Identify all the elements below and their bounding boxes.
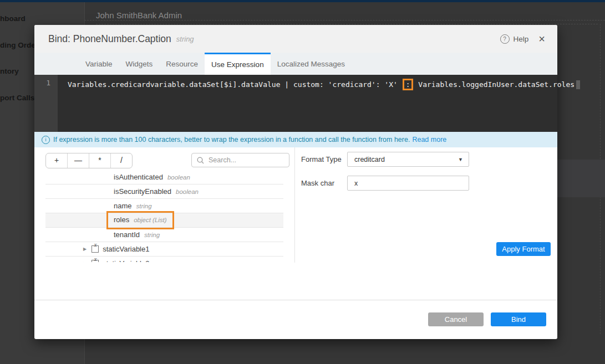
- mask-char-label: Mask char: [301, 176, 347, 187]
- dialog-empty-area: [34, 263, 557, 300]
- variable-tree: isAuthenticated boolean isSecurityEnable…: [34, 172, 294, 262]
- format-panel: Format Type creditcard ▼ Mask char Apply…: [294, 147, 557, 263]
- colon-highlight-box: :: [403, 79, 414, 90]
- tree-row-label: isAuthenticated: [114, 172, 163, 184]
- tree-row-staticvariable1[interactable]: ▶ x staticVariable1: [45, 242, 283, 257]
- operator-button-group: + — * /: [45, 153, 133, 168]
- dialog-title: Bind: PhoneNumber.Caption: [48, 33, 171, 45]
- tree-row-label: isSecurityEnabled: [114, 184, 171, 199]
- variable-tree-panel: + — * /: [34, 147, 294, 263]
- tree-toolbar: + — * /: [34, 147, 294, 172]
- multiply-operator-button[interactable]: *: [89, 153, 110, 168]
- roles-highlight-box: roles object (List): [106, 211, 174, 229]
- read-more-link[interactable]: Read more: [412, 136, 446, 143]
- help-label: Help: [514, 35, 529, 43]
- expand-arrow-icon[interactable]: ▶: [83, 257, 87, 263]
- variable-icon: x: [91, 260, 99, 262]
- divide-operator-button[interactable]: /: [110, 153, 132, 168]
- dialog-tabs: Variable Widgets Resource Use Expression…: [34, 53, 557, 75]
- help-icon: ?: [500, 34, 510, 44]
- chevron-down-icon: ▼: [458, 157, 463, 162]
- mask-char-input[interactable]: [347, 176, 469, 191]
- close-icon[interactable]: ×: [538, 33, 545, 44]
- dialog-header: Bind: PhoneNumber.Caption string ? Help …: [34, 25, 557, 53]
- plus-operator-button[interactable]: +: [46, 153, 67, 168]
- expand-arrow-icon[interactable]: ▶: [83, 242, 87, 257]
- tree-row-type: object (List): [134, 213, 166, 227]
- bind-button[interactable]: Bind: [491, 312, 546, 326]
- search-input[interactable]: [207, 156, 289, 165]
- format-type-value: creditcard: [354, 156, 385, 163]
- canvas-outline: [96, 24, 598, 24]
- tree-row-staticvariable2[interactable]: ▶ x staticVariable2: [45, 257, 283, 262]
- apply-format-button[interactable]: Apply Format: [496, 242, 551, 256]
- info-text: If expression is more than 100 character…: [53, 136, 410, 143]
- search-icon: [197, 157, 204, 164]
- header-user-label: John SmithBank Admin: [96, 11, 182, 20]
- tree-row-label: tenantId: [114, 228, 140, 242]
- tree-row-label: staticVariable2: [103, 257, 149, 263]
- tree-row-isauthenticated[interactable]: isAuthenticated boolean: [45, 172, 283, 184]
- expression-code-line[interactable]: Variables.credicardvariable.dataSet[$i].…: [68, 79, 580, 90]
- help-button[interactable]: ? Help: [500, 34, 529, 44]
- tree-row-type: boolean: [167, 172, 190, 184]
- tab-widgets[interactable]: Widgets: [119, 53, 160, 75]
- screen: hboard ding Order ntory port Calls John …: [0, 0, 605, 364]
- minus-operator-button[interactable]: —: [67, 153, 89, 168]
- dialog-footer: Cancel Bind: [34, 300, 557, 339]
- tree-row-label: roles: [114, 213, 129, 227]
- dialog-type-label: string: [176, 35, 194, 43]
- tree-row-type: string: [144, 228, 160, 242]
- tab-resource[interactable]: Resource: [159, 53, 205, 75]
- cancel-button[interactable]: Cancel: [428, 312, 484, 326]
- tree-row-roles[interactable]: roles object (List): [45, 213, 283, 228]
- info-icon: i: [42, 136, 50, 144]
- tab-variable[interactable]: Variable: [79, 53, 119, 75]
- tree-row-issecurityenabled[interactable]: isSecurityEnabled boolean: [45, 184, 283, 199]
- format-type-select[interactable]: creditcard ▼: [347, 152, 469, 167]
- format-type-label: Format Type: [301, 152, 347, 163]
- tab-localized-messages[interactable]: Localized Messages: [271, 53, 352, 75]
- code-before-highlight: Variables.credicardvariable.dataSet[$i].…: [68, 80, 402, 89]
- tree-search-box: [191, 153, 289, 167]
- code-after-highlight: Variables.loggedInUser.dataSet.roles: [414, 80, 575, 89]
- editor-gutter: 1: [34, 75, 58, 132]
- top-accent-bar: [0, 0, 605, 2]
- expression-info-bar: i If expression is more than 100 charact…: [34, 132, 557, 147]
- tree-row-label: staticVariable1: [103, 242, 149, 257]
- sidebar-item-dashboard[interactable]: hboard: [0, 14, 83, 23]
- expression-editor[interactable]: 1 Variables.credicardvariable.dataSet[$i…: [34, 75, 557, 132]
- dialog-content: + — * /: [34, 147, 557, 263]
- line-number: 1: [46, 79, 50, 87]
- canvas-panel: [557, 160, 605, 197]
- text-cursor: [576, 80, 580, 89]
- tree-row-type: boolean: [176, 184, 199, 199]
- tab-use-expression[interactable]: Use Expression: [205, 53, 271, 75]
- tree-row-tenantid[interactable]: tenantId string: [45, 228, 283, 242]
- canvas-outline: [84, 20, 605, 20]
- bind-dialog: Bind: PhoneNumber.Caption string ? Help …: [34, 25, 557, 339]
